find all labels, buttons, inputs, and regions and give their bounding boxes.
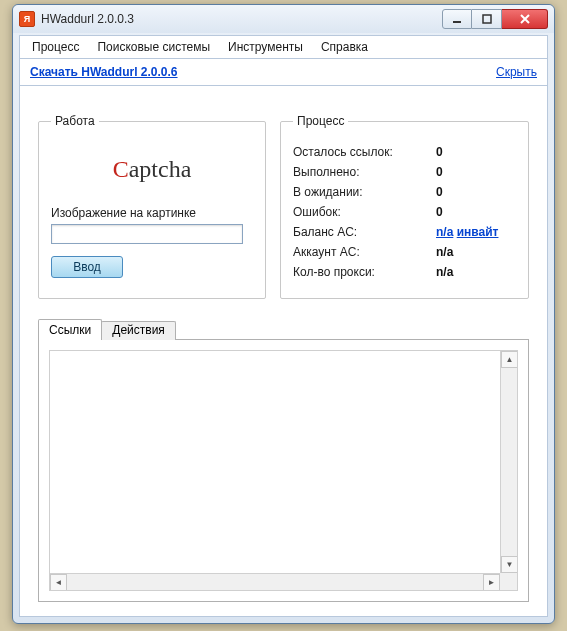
window-buttons bbox=[442, 9, 548, 29]
label-done: Выполнено: bbox=[293, 165, 359, 179]
maximize-button[interactable] bbox=[472, 9, 502, 29]
value-account: n/a bbox=[436, 245, 516, 259]
scroll-right-button[interactable]: ► bbox=[483, 574, 500, 591]
balance-invite-link[interactable]: инвайт bbox=[457, 225, 499, 239]
tab-panel: ▲ ▼ ◄ ► bbox=[38, 339, 529, 602]
download-link[interactable]: Скачать HWaddurl 2.0.0.6 bbox=[30, 65, 178, 79]
scroll-left-button[interactable]: ◄ bbox=[50, 574, 67, 591]
tab-links[interactable]: Ссылки bbox=[38, 319, 102, 340]
svg-rect-0 bbox=[453, 21, 461, 23]
tabs-area: Ссылки Действия ▲ ▼ ◄ ► bbox=[38, 319, 529, 602]
minimize-button[interactable] bbox=[442, 9, 472, 29]
app-window: Я HWaddurl 2.0.0.3 Процесс Поисковые сис… bbox=[12, 4, 555, 624]
label-account: Аккаунт AC: bbox=[293, 245, 360, 259]
window-title: HWaddurl 2.0.0.3 bbox=[41, 12, 442, 26]
row-done: Выполнено: 0 bbox=[293, 162, 516, 182]
row-waiting: В ожидании: 0 bbox=[293, 182, 516, 202]
process-legend: Процесс bbox=[293, 114, 348, 128]
work-group: Работа Captcha Изображение на картинке В… bbox=[38, 114, 266, 299]
row-errors: Ошибок: 0 bbox=[293, 202, 516, 222]
menubar: Процесс Поисковые системы Инструменты Сп… bbox=[19, 35, 548, 59]
tabstrip: Ссылки Действия bbox=[38, 319, 529, 340]
scroll-down-button[interactable]: ▼ bbox=[501, 556, 518, 573]
label-balance: Баланс AC: bbox=[293, 225, 357, 239]
row-balance: Баланс AC: n/a инвайт bbox=[293, 222, 516, 242]
app-icon: Я bbox=[19, 11, 35, 27]
captcha-text-dark: aptcha bbox=[129, 156, 192, 183]
row-account: Аккаунт AC: n/a bbox=[293, 242, 516, 262]
captcha-input-label: Изображение на картинке bbox=[51, 206, 253, 220]
maximize-icon bbox=[482, 14, 492, 24]
row-remaining: Осталось ссылок: 0 bbox=[293, 142, 516, 162]
label-remaining: Осталось ссылок: bbox=[293, 145, 393, 159]
menu-tools[interactable]: Инструменты bbox=[220, 37, 311, 57]
value-waiting: 0 bbox=[436, 185, 516, 199]
label-errors: Ошибок: bbox=[293, 205, 341, 219]
scrollbar-horizontal[interactable]: ◄ ► bbox=[50, 573, 500, 590]
captcha-image: Captcha bbox=[67, 144, 237, 194]
submit-button[interactable]: Ввод bbox=[51, 256, 123, 278]
links-list[interactable]: ▲ ▼ ◄ ► bbox=[49, 350, 518, 591]
hide-link[interactable]: Скрыть bbox=[496, 65, 537, 79]
close-button[interactable] bbox=[502, 9, 548, 29]
label-proxies: Кол-во прокси: bbox=[293, 265, 375, 279]
value-proxies: n/a bbox=[436, 265, 516, 279]
row-proxies: Кол-во прокси: n/a bbox=[293, 262, 516, 282]
client-area: Работа Captcha Изображение на картинке В… bbox=[19, 86, 548, 617]
value-remaining: 0 bbox=[436, 145, 516, 159]
link-bar: Скачать HWaddurl 2.0.0.6 Скрыть bbox=[19, 59, 548, 86]
captcha-text-red: C bbox=[113, 156, 129, 183]
minimize-icon bbox=[452, 14, 462, 24]
titlebar[interactable]: Я HWaddurl 2.0.0.3 bbox=[13, 5, 554, 33]
top-row: Работа Captcha Изображение на картинке В… bbox=[38, 114, 529, 299]
captcha-input[interactable] bbox=[51, 224, 243, 244]
menu-process[interactable]: Процесс bbox=[24, 37, 87, 57]
scroll-corner bbox=[500, 573, 517, 590]
process-group: Процесс Осталось ссылок: 0 Выполнено: 0 … bbox=[280, 114, 529, 299]
work-legend: Работа bbox=[51, 114, 99, 128]
label-waiting: В ожидании: bbox=[293, 185, 363, 199]
value-balance: n/a инвайт bbox=[436, 225, 516, 239]
balance-na-link[interactable]: n/a bbox=[436, 225, 453, 239]
value-done: 0 bbox=[436, 165, 516, 179]
menu-help[interactable]: Справка bbox=[313, 37, 376, 57]
menu-search-engines[interactable]: Поисковые системы bbox=[89, 37, 218, 57]
svg-rect-1 bbox=[483, 15, 491, 23]
scroll-up-button[interactable]: ▲ bbox=[501, 351, 518, 368]
close-icon bbox=[519, 13, 531, 25]
tab-actions[interactable]: Действия bbox=[101, 321, 176, 340]
value-errors: 0 bbox=[436, 205, 516, 219]
scrollbar-vertical[interactable]: ▲ ▼ bbox=[500, 351, 517, 573]
